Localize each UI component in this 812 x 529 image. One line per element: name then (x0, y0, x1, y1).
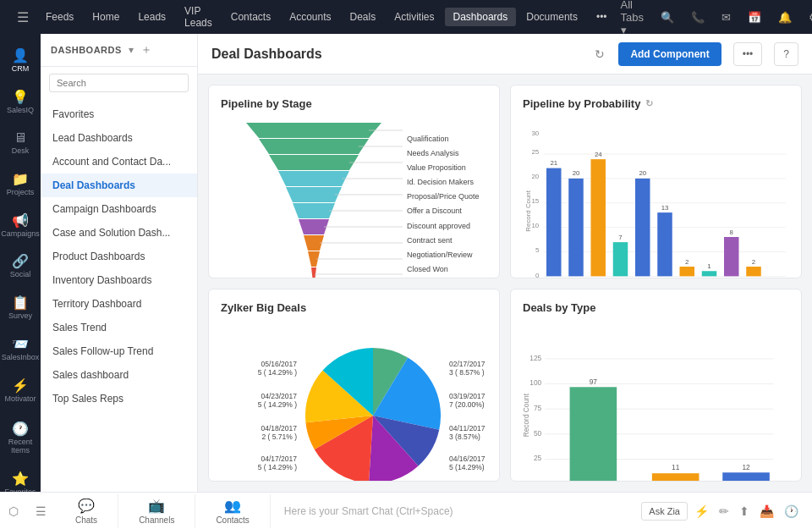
nav-sidebar-dropdown[interactable]: ▾ (129, 44, 134, 56)
nav-sidebar-search-input[interactable] (49, 74, 189, 92)
svg-text:7: 7 (618, 234, 622, 241)
funnel-label-3: Value Proposition (407, 161, 480, 175)
sidebar-crm[interactable]: 👤 CRM (2, 41, 39, 80)
nav-item-favorites[interactable]: Favorites (41, 102, 197, 126)
nav-item-inventory[interactable]: Inventory Dashboards (41, 268, 197, 292)
svg-text:5: 5 (535, 246, 540, 254)
expand-icon[interactable]: ⬡ (0, 504, 27, 518)
probability-chart-svg: 0 5 10 15 20 25 30 Record Count (523, 118, 789, 278)
nav-item-lead[interactable]: Lead Dashboards (41, 126, 197, 150)
nav-dashboards[interactable]: Dashboards (445, 8, 517, 26)
nav-sidebar: DASHBOARDS ▾ ＋ Favorites Lead Dashboards… (41, 34, 198, 492)
nav-sidebar-add[interactable]: ＋ (140, 42, 152, 58)
settings-icon[interactable]: ⚙ (804, 8, 812, 27)
ask-zia-button[interactable]: Ask Zia (641, 502, 688, 521)
social-icon: 🔗 (12, 253, 29, 269)
nav-item-sales-dash[interactable]: Sales dashboard (41, 363, 197, 387)
pie-label-0423: 04/23/20175 ( 14.29% ) (221, 392, 297, 409)
probability-refresh-icon: ↻ (645, 98, 653, 109)
nav-vip-leads[interactable]: VIP Leads (176, 2, 221, 32)
hamburger-icon[interactable]: ☰ (8, 9, 37, 25)
upload-icon[interactable]: ⬆ (736, 501, 753, 521)
sidebar-salesinbox[interactable]: 📨 SalesInbox (2, 329, 39, 369)
help-button[interactable]: ? (774, 42, 798, 66)
nav-item-product[interactable]: Product Dashboards (41, 245, 197, 268)
phone-icon[interactable]: 📞 (686, 8, 710, 27)
content-header: Deal Dashboards ↻ Add Component ••• ? (198, 34, 812, 74)
nav-item-followup[interactable]: Sales Follow-up Trend (41, 339, 197, 363)
funnel-label-5: Proposal/Price Quote (407, 190, 480, 204)
sidebar-survey[interactable]: 📋 Survey (2, 288, 39, 328)
bar-75 (657, 212, 672, 276)
salesiq-label: SalesIQ (7, 107, 34, 115)
nav-item-territory[interactable]: Territory Dashboard (41, 292, 197, 316)
svg-text:11: 11 (672, 463, 680, 471)
sidebar-campaigns[interactable]: 📢 Campaigns (2, 206, 39, 245)
sidebar-recent[interactable]: 🕐 Recent Items (2, 414, 39, 462)
nav-more[interactable]: ••• (588, 8, 616, 26)
funnel-container: Qualification Needs Analysis Value Propo… (221, 118, 487, 278)
svg-text:20: 20 (639, 169, 646, 177)
channels-label: Channels (139, 515, 174, 525)
pipeline-by-stage-title: Pipeline by Stage (221, 97, 487, 110)
chat-tab[interactable]: 💬 Chats (55, 494, 118, 528)
clock-icon[interactable]: 🕐 (781, 501, 802, 521)
svg-text:8: 8 (730, 229, 734, 236)
svg-text:0: 0 (538, 479, 542, 482)
search-icon[interactable]: 🔍 (656, 8, 679, 27)
bar-existing (652, 473, 700, 482)
icon-sidebar: 👤 CRM 💡 SalesIQ 🖥 Desk 📁 Projects 📢 Camp… (0, 34, 41, 492)
bottom-left: ⬡ ☰ (0, 504, 55, 518)
campaigns-icon: 📢 (12, 212, 29, 229)
download-icon[interactable]: 📥 (756, 501, 777, 521)
sidebar-salesiq[interactable]: 💡 SalesIQ (2, 82, 39, 122)
probability-chart-container: 0 5 10 15 20 25 30 Record Count (523, 118, 789, 278)
notifications-icon[interactable]: 🔔 (773, 8, 797, 27)
nav-item-deal[interactable]: Deal Dashboards (41, 174, 197, 197)
survey-label: Survey (8, 312, 32, 321)
contacts-tab[interactable]: 👥 Contacts (195, 494, 270, 528)
mail-icon[interactable]: ✉ (716, 8, 736, 27)
desk-icon: 🖥 (14, 130, 27, 146)
nav-feeds[interactable]: Feeds (37, 8, 82, 26)
svg-text:0: 0 (535, 272, 540, 278)
nav-item-account[interactable]: Account and Contact Da... (41, 150, 197, 174)
pie-label-0417: 04/17/20175 ( 14.29% ) (221, 455, 297, 471)
funnel-label-2: Needs Analysis (407, 146, 480, 161)
svg-text:1: 1 (707, 262, 710, 270)
svg-text:12: 12 (742, 462, 750, 471)
sidebar-social[interactable]: 🔗 Social (2, 246, 39, 286)
salesiq-icon: 💡 (12, 89, 29, 105)
svg-marker-1 (259, 139, 369, 154)
list-icon[interactable]: ☰ (27, 504, 55, 518)
nav-item-campaign[interactable]: Campaign Dashboards (41, 197, 197, 221)
nav-sidebar-search-container (41, 67, 197, 99)
nav-item-case[interactable]: Case and Solution Dash... (41, 221, 197, 245)
more-options-button[interactable]: ••• (733, 42, 763, 66)
pie-label-0411: 04/11/20173 (8.57%) (449, 424, 500, 441)
nav-home[interactable]: Home (84, 8, 128, 26)
nav-activities[interactable]: Activities (386, 8, 442, 26)
calendar-icon[interactable]: 📅 (743, 8, 766, 27)
nav-accounts[interactable]: Accounts (281, 8, 339, 26)
nav-leads[interactable]: Leads (129, 8, 174, 26)
sidebar-favorites[interactable]: ⭐ Favorites (2, 464, 39, 492)
nav-contacts[interactable]: Contacts (222, 8, 279, 26)
zia-icon[interactable]: ⚡ (691, 501, 712, 521)
nav-deals[interactable]: Deals (342, 8, 385, 26)
motivator-label: Motivator (5, 395, 36, 404)
sidebar-projects[interactable]: 📁 Projects (2, 164, 39, 204)
svg-text:20: 20 (573, 169, 580, 177)
compose-icon[interactable]: ✏ (716, 501, 732, 521)
svg-text:24: 24 (595, 151, 602, 158)
nav-item-sales-trend[interactable]: Sales Trend (41, 316, 197, 339)
sidebar-desk[interactable]: 🖥 Desk (2, 124, 39, 163)
svg-text:15: 15 (532, 197, 540, 205)
sidebar-motivator[interactable]: ⚡ Motivator (2, 371, 39, 411)
nav-item-top-sales[interactable]: Top Sales Reps (41, 387, 197, 411)
channels-tab[interactable]: 📺 Channels (118, 494, 195, 528)
add-component-button[interactable]: Add Component (618, 42, 721, 66)
nav-documents[interactable]: Documents (518, 8, 586, 26)
refresh-button[interactable]: ↻ (595, 47, 605, 61)
chat-placeholder: Here is your Smart Chat (Ctrl+Space) (284, 505, 453, 517)
